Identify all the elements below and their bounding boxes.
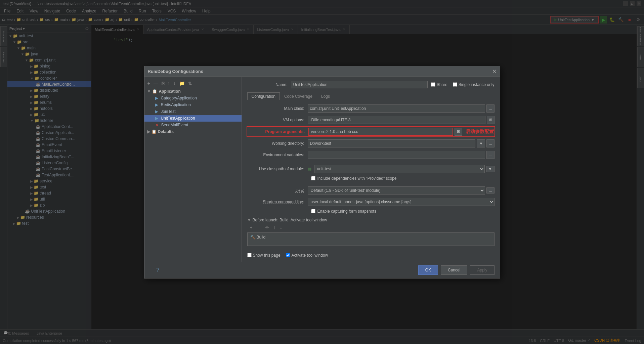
classpath-select-group: ▦ unit-test ▼ bbox=[308, 165, 495, 173]
vm-options-expand-button[interactable]: ⊞ bbox=[487, 116, 495, 124]
program-args-input[interactable] bbox=[308, 128, 453, 136]
spacer bbox=[247, 162, 495, 165]
config-item-redis[interactable]: ▶ RedisApplication bbox=[144, 101, 242, 108]
program-args-input-group: ⊞ bbox=[308, 128, 462, 136]
working-dir-input[interactable] bbox=[308, 139, 476, 147]
cancel-button[interactable]: Cancel bbox=[441, 265, 467, 275]
dialog-close-button[interactable]: ✕ bbox=[492, 68, 497, 75]
vm-options-input[interactable] bbox=[308, 116, 485, 124]
section-icon: 📋 bbox=[152, 89, 157, 94]
working-dir-dropdown-button[interactable]: ▼ bbox=[477, 139, 485, 147]
name-label: Name: bbox=[247, 82, 288, 87]
before-launch-up-button[interactable]: ↑ bbox=[272, 224, 277, 230]
include-deps-checkbox[interactable] bbox=[311, 176, 315, 180]
env-vars-row: Environment variables: ... bbox=[247, 150, 495, 159]
build-item-label: Build bbox=[257, 235, 266, 240]
config-item-sendmailevent[interactable]: ✕ SendMailEvent bbox=[144, 122, 242, 128]
dialog-body: + — ⎘ ↑ ↓ 📁 ⇅ ▼ 📋 Application ▶ bbox=[144, 77, 500, 262]
activate-tool-window-checkbox[interactable] bbox=[286, 253, 290, 257]
single-instance-label: Single instance only bbox=[453, 82, 495, 87]
before-launch-toolbar: + — ✏ ↑ ↓ bbox=[247, 224, 495, 230]
main-class-label: Main class: bbox=[247, 106, 308, 111]
working-dir-input-group: ▼ ... bbox=[308, 139, 495, 147]
config-section-application[interactable]: ▼ 📋 Application bbox=[144, 88, 242, 95]
classpath-dropdown-button[interactable]: ▼ bbox=[486, 166, 495, 172]
shorten-cmd-row: Shorten command line: user-local default… bbox=[247, 198, 495, 206]
ok-button[interactable]: OK bbox=[418, 265, 438, 275]
move-down-button[interactable]: ↓ bbox=[172, 80, 177, 86]
env-vars-browse-button[interactable]: ... bbox=[486, 151, 494, 159]
enable-snapshots-label: Enable capturing form snapshots bbox=[317, 209, 376, 214]
section-label: Application bbox=[159, 89, 180, 94]
config-tree-panel: + — ⎘ ↑ ↓ 📁 ⇅ ▼ 📋 Application ▶ bbox=[144, 77, 242, 262]
module-icon: ▦ bbox=[308, 167, 311, 171]
tab-code-coverage[interactable]: Code Coverage bbox=[280, 92, 317, 100]
sort-button[interactable]: ⇅ bbox=[187, 80, 193, 86]
jre-select[interactable]: Default (1.8 - SDK of 'unit-test' module… bbox=[308, 186, 485, 195]
app-icon: ▶ bbox=[155, 96, 158, 100]
modal-overlay: Run/Debug Configurations ✕ + — ⎘ ↑ ↓ 📁 ⇅ bbox=[0, 0, 644, 344]
env-vars-input-group: ... bbox=[308, 151, 495, 159]
before-launch-down-button[interactable]: ↓ bbox=[278, 224, 284, 230]
jre-browse-button[interactable]: ... bbox=[486, 187, 494, 194]
dialog-footer: ? OK Cancel Apply bbox=[144, 262, 500, 278]
help-button[interactable]: ? bbox=[150, 265, 166, 275]
working-dir-browse-button[interactable]: ... bbox=[486, 139, 494, 147]
config-item-jointest[interactable]: ▶ JoinTest bbox=[144, 108, 242, 115]
move-up-button[interactable]: ↑ bbox=[167, 80, 171, 86]
jre-select-group: Default (1.8 - SDK of 'unit-test' module… bbox=[308, 186, 495, 195]
shorten-cmd-select[interactable]: user-local default: none - java [options… bbox=[308, 198, 495, 206]
config-name-row: Name: Share Single instance only bbox=[247, 81, 495, 88]
main-class-row: Main class: ... bbox=[247, 104, 495, 113]
remove-config-button[interactable]: — bbox=[153, 80, 159, 86]
before-launch-edit-button[interactable]: ✏ bbox=[264, 224, 271, 230]
config-item-category[interactable]: ▶ CategoryApplication bbox=[144, 95, 242, 101]
section-icon: 📋 bbox=[152, 129, 157, 134]
share-checkbox[interactable] bbox=[431, 82, 435, 87]
tab-configuration[interactable]: Configuration bbox=[247, 92, 280, 100]
activate-tool-window-text: Activate tool window bbox=[292, 253, 328, 258]
jre-label: JRE: bbox=[247, 188, 308, 193]
main-class-input-group: ... bbox=[308, 104, 495, 113]
working-dir-row: Working directory: ▼ ... bbox=[247, 139, 495, 148]
config-item-label: UnitTestApplication bbox=[161, 116, 195, 121]
env-vars-input[interactable] bbox=[308, 151, 485, 159]
section-arrow-icon: ▶ bbox=[147, 129, 150, 134]
config-section-defaults[interactable]: ▶ 📋 Defaults bbox=[144, 128, 242, 135]
before-launch-section: ▼ Before launch: Build, Activate tool wi… bbox=[247, 218, 495, 246]
main-class-browse-button[interactable]: ... bbox=[486, 104, 494, 113]
show-this-page-text: Show this page bbox=[253, 253, 281, 258]
program-args-label: Program arguments: bbox=[248, 129, 308, 134]
config-form-tabs: Configuration Code Coverage Logs bbox=[247, 92, 495, 100]
program-args-expand-button[interactable]: ⊞ bbox=[455, 128, 462, 136]
before-launch-header[interactable]: ▼ Before launch: Build, Activate tool wi… bbox=[247, 218, 495, 222]
enable-snapshots-checkbox[interactable] bbox=[311, 209, 315, 213]
single-instance-checkbox[interactable] bbox=[453, 82, 457, 87]
show-this-page-checkbox[interactable] bbox=[247, 253, 252, 257]
main-class-input[interactable] bbox=[308, 104, 485, 113]
name-input[interactable] bbox=[291, 81, 428, 88]
dialog-title: Run/Debug Configurations bbox=[148, 69, 203, 74]
config-item-label: SendMailEvent bbox=[161, 123, 188, 127]
add-config-button[interactable]: + bbox=[146, 80, 151, 86]
checkbox-group: Share Single instance only bbox=[431, 82, 495, 87]
apply-button[interactable]: Apply bbox=[470, 265, 494, 275]
spacer2 bbox=[247, 183, 495, 186]
classpath-select[interactable]: unit-test bbox=[314, 165, 485, 173]
section-arrow-icon: ▼ bbox=[147, 89, 151, 94]
folder-button[interactable]: 📁 bbox=[178, 80, 186, 86]
vm-options-label: VM options: bbox=[247, 118, 308, 122]
before-launch-remove-button[interactable]: — bbox=[255, 224, 263, 230]
copy-config-button[interactable]: ⎘ bbox=[161, 80, 165, 86]
tab-label: Logs bbox=[321, 94, 330, 99]
share-label: Share bbox=[437, 82, 447, 87]
tab-label: Code Coverage bbox=[284, 94, 312, 99]
before-launch-list: 🔨 Build bbox=[247, 232, 495, 246]
include-deps-label: Include dependencies with "Provided" sco… bbox=[317, 176, 397, 181]
build-item: 🔨 Build bbox=[249, 234, 493, 240]
before-launch-add-button[interactable]: + bbox=[249, 224, 254, 230]
program-args-row: Program arguments: ⊞ 启动参数配置 bbox=[247, 127, 495, 136]
config-item-unittestapplication[interactable]: ▶ UnitTestApplication bbox=[144, 115, 242, 122]
classpath-label: Use classpath of module: bbox=[247, 167, 308, 171]
tab-logs[interactable]: Logs bbox=[317, 92, 334, 100]
